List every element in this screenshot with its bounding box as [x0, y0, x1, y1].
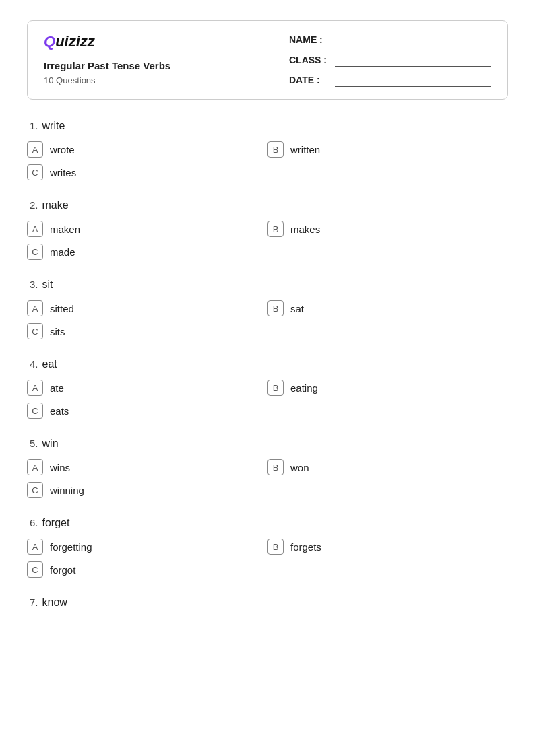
header-left: Q uizizz Irregular Past Tense Verbs 10 Q… — [44, 33, 170, 85]
question-block-2: 2.makeAmakenBmakesCmade — [27, 199, 508, 260]
question-number-2: 2. — [30, 199, 38, 211]
option-text-1-C: writes — [50, 167, 76, 178]
option-item-1-A: Awrote — [27, 141, 268, 158]
name-label: NAME : — [289, 34, 329, 45]
question-title-4: 4.eat — [27, 358, 508, 370]
option-row-c-6: Cforgot — [27, 561, 508, 578]
option-row-c-2: Cmade — [27, 244, 508, 260]
option-item-2-B: Bmakes — [268, 221, 508, 237]
option-badge-2-A: A — [27, 221, 43, 237]
option-item-5-C: Cwinning — [27, 482, 268, 498]
class-line — [335, 53, 491, 67]
question-block-6: 6.forgetAforgettingBforgetsCforgot — [27, 517, 508, 578]
questions-section: 1.writeAwroteBwrittenCwrites2.makeAmaken… — [27, 120, 508, 609]
question-prompt-5: win — [42, 438, 59, 449]
class-label: CLASS : — [289, 55, 329, 65]
option-item-6-A: Aforgetting — [27, 539, 268, 555]
header-right: NAME : CLASS : DATE : — [289, 33, 491, 87]
option-item-4-C: Ceats — [27, 403, 268, 419]
option-item-5-B: Bwon — [268, 459, 508, 475]
question-prompt-7: know — [42, 596, 67, 608]
question-number-3: 3. — [30, 279, 38, 290]
option-row-c-5: Cwinning — [27, 482, 508, 498]
option-text-3-B: sat — [290, 303, 304, 314]
question-block-3: 3.sitAsittedBsatCsits — [27, 279, 508, 339]
option-badge-1-A: A — [27, 141, 43, 158]
option-badge-4-B: B — [268, 380, 284, 396]
logo-text: uizizz — [55, 33, 95, 50]
option-row-ab-3: AsittedBsat — [27, 300, 508, 316]
option-badge-2-C: C — [27, 244, 43, 260]
logo-q: Q — [44, 33, 55, 50]
question-title-3: 3.sit — [27, 279, 508, 291]
option-text-2-C: made — [50, 246, 75, 258]
option-item-4-B: Beating — [268, 380, 508, 396]
option-text-6-B: forgets — [290, 541, 321, 553]
question-block-7: 7.know — [27, 596, 508, 609]
option-text-3-C: sits — [50, 326, 65, 337]
option-item-6-B: Bforgets — [268, 539, 508, 555]
option-text-6-C: forgot — [50, 564, 75, 576]
option-item-3-C: Csits — [27, 323, 268, 339]
question-title-1: 1.write — [27, 120, 508, 132]
option-badge-6-A: A — [27, 539, 43, 555]
option-badge-3-C: C — [27, 323, 43, 339]
option-text-5-A: wins — [50, 462, 70, 473]
option-text-1-A: wrote — [50, 144, 75, 156]
option-badge-1-C: C — [27, 164, 43, 180]
date-field-row: DATE : — [289, 73, 491, 87]
header-card: Q uizizz Irregular Past Tense Verbs 10 Q… — [27, 20, 508, 100]
option-text-5-B: won — [290, 462, 309, 473]
question-number-4: 4. — [30, 358, 38, 370]
question-number-1: 1. — [30, 120, 38, 131]
option-text-4-B: eating — [290, 382, 318, 394]
option-text-4-A: ate — [50, 382, 64, 394]
page: Q uizizz Irregular Past Tense Verbs 10 Q… — [0, 0, 535, 756]
question-block-4: 4.eatAateBeatingCeats — [27, 358, 508, 419]
question-block-1: 1.writeAwroteBwrittenCwrites — [27, 120, 508, 180]
option-text-3-A: sitted — [50, 303, 74, 314]
option-item-2-C: Cmade — [27, 244, 268, 260]
option-row-ab-1: AwroteBwritten — [27, 141, 508, 158]
question-prompt-3: sit — [42, 279, 53, 290]
option-badge-3-B: B — [268, 300, 284, 316]
option-badge-3-A: A — [27, 300, 43, 316]
question-prompt-2: make — [42, 199, 69, 211]
option-item-1-B: Bwritten — [268, 141, 508, 158]
question-title-5: 5.win — [27, 438, 508, 450]
option-badge-4-C: C — [27, 403, 43, 419]
option-badge-4-A: A — [27, 380, 43, 396]
question-prompt-1: write — [42, 120, 65, 131]
date-label: DATE : — [289, 75, 329, 85]
option-row-ab-5: AwinsBwon — [27, 459, 508, 475]
question-prompt-6: forget — [42, 517, 70, 528]
logo: Q uizizz — [44, 33, 170, 50]
question-number-7: 7. — [30, 596, 38, 608]
name-line — [335, 33, 491, 46]
name-field-row: NAME : — [289, 33, 491, 46]
option-text-2-B: makes — [290, 224, 320, 235]
date-line — [335, 73, 491, 87]
quiz-subtitle: 10 Questions — [44, 75, 170, 85]
option-text-4-C: eats — [50, 405, 69, 417]
option-item-1-C: Cwrites — [27, 164, 268, 180]
option-text-6-A: forgetting — [50, 541, 92, 553]
question-block-5: 5.winAwinsBwonCwinning — [27, 438, 508, 498]
option-item-6-C: Cforgot — [27, 561, 268, 578]
class-field-row: CLASS : — [289, 53, 491, 67]
option-row-ab-2: AmakenBmakes — [27, 221, 508, 237]
option-item-2-A: Amaken — [27, 221, 268, 237]
question-number-5: 5. — [30, 438, 38, 449]
option-text-5-C: winning — [50, 485, 84, 496]
option-row-c-1: Cwrites — [27, 164, 508, 180]
question-title-7: 7.know — [27, 596, 508, 609]
option-text-1-B: written — [290, 144, 320, 156]
option-badge-5-A: A — [27, 459, 43, 475]
option-row-ab-4: AateBeating — [27, 380, 508, 396]
question-title-2: 2.make — [27, 199, 508, 211]
option-item-3-B: Bsat — [268, 300, 508, 316]
option-badge-5-C: C — [27, 482, 43, 498]
option-badge-1-B: B — [268, 141, 284, 158]
option-badge-6-C: C — [27, 561, 43, 578]
question-prompt-4: eat — [42, 358, 57, 370]
